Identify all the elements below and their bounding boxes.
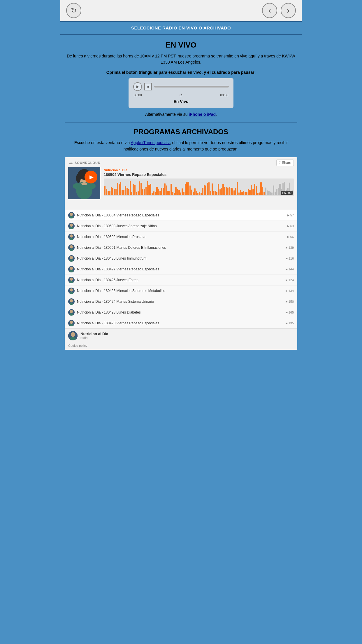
svg-point-31: [70, 288, 73, 291]
main-content: EN VIVO De lunes a viernes durante las h…: [60, 35, 302, 357]
en-vivo-description: De lunes a viernes durante las horas de …: [65, 53, 297, 65]
time-end: 00:00: [220, 93, 228, 97]
share-label: Share: [282, 161, 291, 165]
playlist-item[interactable]: Nutricion al Dia - 180503 Jueves Aprendi…: [65, 221, 297, 232]
stop-button[interactable]: ■: [144, 83, 152, 90]
playlist-item[interactable]: Nutricion al Dia - 180423 Lunes Diabetes…: [65, 307, 297, 318]
top-navigation: ↻ ‹ ›: [60, 0, 302, 21]
refresh-icon: ↻: [71, 6, 77, 15]
progress-bar[interactable]: [154, 86, 229, 88]
play-icon: ▶: [136, 85, 139, 89]
sc-waveform[interactable]: 1:52:02: [104, 178, 294, 196]
playlist-item[interactable]: Nutricion al Dia - 180426 Jueves Estres …: [65, 275, 297, 286]
sc-cookie-policy[interactable]: Cookie policy: [65, 343, 297, 350]
svg-point-37: [70, 310, 73, 313]
play-triangle-icon: ▶: [287, 225, 289, 228]
svg-point-16: [70, 234, 73, 237]
refresh-button[interactable]: ↻: [66, 3, 81, 18]
playlist-item-title: Nutricion al Dia - 180427 Viernes Repaso…: [77, 267, 283, 271]
playlist-item-plays: ▶ 134: [286, 289, 294, 293]
audio-controls: ▶ ■: [133, 82, 229, 91]
play-triangle-icon: ▶: [286, 246, 288, 249]
svg-point-13: [70, 223, 73, 227]
sc-player-main: Nutricion al Dia 180504 Viernes Repaso E…: [65, 167, 297, 203]
svg-point-7: [87, 183, 96, 189]
playlist-item-title: Nutricion al Dia - 180426 Jueves Estres: [77, 278, 283, 282]
play-triangle-icon: ▶: [286, 279, 288, 281]
playlist-item-plays: ▶ 57: [287, 214, 294, 217]
playlist-item-title: Nutricion al Dia - 180503 Jueves Aprendi…: [77, 224, 285, 228]
sc-player-right: Nutricion al Dia 180504 Viernes Repaso E…: [104, 167, 294, 199]
playlist-item[interactable]: Nutricion al Dia - 180501 Martes Dolores…: [65, 242, 297, 253]
play-triangle-icon: ▶: [287, 214, 289, 217]
back-button[interactable]: ‹: [262, 3, 277, 18]
playlist-item[interactable]: Nutricion al Dia - 180424 Martes Sistema…: [65, 296, 297, 307]
playlist-item-avatar: [68, 255, 75, 262]
playlist-item[interactable]: Nutricion al Dia - 180502 Miercoles Pros…: [65, 232, 297, 242]
iphone-ipad-link[interactable]: iPhone o iPad: [189, 112, 216, 117]
soundcloud-cloud-icon: ☁: [68, 160, 73, 165]
audio-times: 00:00 ↺ 00:00: [133, 93, 229, 97]
play-triangle-icon: ▶: [286, 257, 288, 260]
archived-title: PROGRAMAS ARCHIVADOS: [65, 128, 297, 136]
playlist-item-plays: ▶ 116: [286, 257, 294, 260]
forward-button[interactable]: ›: [281, 3, 296, 18]
svg-point-3: [76, 174, 81, 183]
sc-playlist: Nutricion al Dia - 180504 Viernes Repaso…: [65, 210, 297, 328]
sc-footer-name: Nutricion al Dia: [80, 332, 294, 336]
svg-point-10: [70, 213, 73, 216]
itunes-link[interactable]: Apple iTunes podcast: [131, 140, 170, 145]
section-divider: [65, 122, 297, 123]
playlist-item-avatar: [68, 212, 75, 218]
playlist-item-title: Nutricion al Dia - 180502 Miercoles Pros…: [77, 235, 285, 239]
header-banner-text: SELECCIONE RADIO EN VIVO O ARCHIVADO: [131, 25, 231, 30]
soundcloud-logo: SOUNDCLOUD: [75, 161, 101, 164]
playlist-item-avatar: [68, 223, 75, 229]
svg-point-28: [70, 277, 73, 281]
sc-footer-info: Nutricion al Dia radio: [80, 332, 294, 340]
soundcloud-widget: ☁ SOUNDCLOUD ⤴ Share: [65, 157, 297, 350]
playlist-item[interactable]: Nutricion al Dia - 180425 Miercoles Sind…: [65, 286, 297, 296]
svg-point-19: [70, 245, 73, 248]
play-button[interactable]: ▶: [133, 82, 142, 91]
sc-play-large-button[interactable]: ▶: [85, 171, 97, 183]
sc-artist-name: Nutricion al Dia: [104, 168, 294, 172]
play-triangle-icon: ▶: [286, 268, 288, 271]
playlist-item-avatar: [68, 320, 75, 326]
play-triangle-icon: ▶: [286, 300, 288, 303]
playlist-item-plays: ▶ 144: [286, 267, 294, 271]
svg-point-22: [70, 256, 73, 259]
playlist-item-plays: ▶ 165: [286, 311, 294, 314]
playlist-item[interactable]: Nutricion al Dia - 180504 Viernes Repaso…: [65, 210, 297, 221]
forward-icon: ›: [287, 6, 289, 15]
en-vivo-instruction: Oprima el botón triangular para escuchar…: [65, 70, 297, 75]
play-triangle-icon: ▶: [286, 289, 288, 292]
playlist-item[interactable]: Nutricion al Dia - 180430 Lunes Immunotr…: [65, 253, 297, 264]
sc-footer-sub: radio: [80, 336, 294, 340]
playlist-item-title: Nutricion al Dia - 180504 Viernes Repaso…: [77, 213, 285, 217]
audio-refresh-icon[interactable]: ↺: [179, 93, 183, 97]
sc-brand: ☁ SOUNDCLOUD: [68, 160, 101, 165]
en-vivo-title: EN VIVO: [65, 41, 297, 50]
playlist-item-plays: ▶ 63: [287, 224, 294, 228]
playlist-item-avatar: [68, 244, 75, 251]
playlist-item-avatar: [68, 309, 75, 316]
sc-footer: Nutricion al Dia radio: [65, 328, 297, 343]
alternative-text: Alternativamente via su iPhone o iPad.: [65, 112, 297, 117]
sc-share-button[interactable]: ⤴ Share: [276, 160, 294, 166]
playlist-item-plays: ▶ 66: [287, 235, 294, 239]
playlist-item-plays: ▶ 139: [286, 246, 294, 249]
sc-track-title: 180504 Viernes Repaso Especiales: [104, 172, 294, 177]
time-start: 00:00: [134, 93, 142, 97]
header-banner: SELECCIONE RADIO EN VIVO O ARCHIVADO: [60, 21, 302, 35]
share-icon: ⤴: [279, 161, 281, 165]
waveform-bars: [104, 178, 294, 196]
playlist-item[interactable]: Nutricion al Dia - 180420 Viernes Repaso…: [65, 318, 297, 328]
playlist-item-avatar: [68, 288, 75, 294]
back-icon: ‹: [268, 6, 271, 15]
playlist-item-avatar: [68, 298, 75, 305]
sc-footer-avatar: [68, 331, 78, 340]
playlist-item-avatar: [68, 277, 75, 283]
svg-point-25: [70, 267, 73, 270]
playlist-item[interactable]: Nutricion al Dia - 180427 Viernes Repaso…: [65, 264, 297, 275]
